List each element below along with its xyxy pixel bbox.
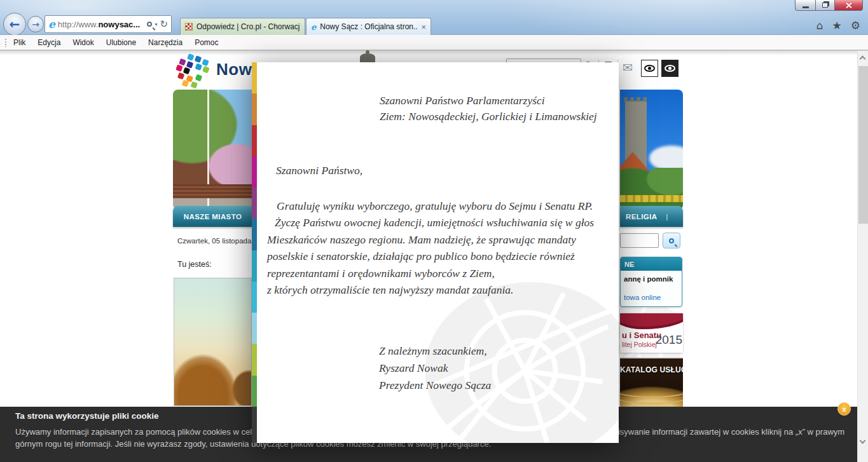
cloud bbox=[649, 146, 683, 171]
trees bbox=[620, 168, 683, 210]
site-logo[interactable] bbox=[174, 53, 212, 89]
service-catalog-banner[interactable]: KATALOG USŁUG bbox=[620, 357, 683, 407]
window-close-button[interactable] bbox=[834, 0, 863, 11]
menu-plik[interactable]: Plik bbox=[13, 38, 25, 47]
address-dropdown-icon[interactable]: ▾ bbox=[155, 22, 157, 27]
forward-arrow-icon: → bbox=[32, 19, 39, 29]
letter-modal: Szanowni Państwo Parlamentarzyści Ziem: … bbox=[252, 62, 619, 443]
stripe-segment bbox=[252, 407, 257, 443]
window-minimize-button[interactable] bbox=[795, 0, 816, 11]
sidebar-search-input[interactable] bbox=[620, 233, 659, 248]
cropl-favicon bbox=[185, 23, 193, 31]
nav-separator: | bbox=[666, 213, 668, 221]
cookie-close-button[interactable]: x bbox=[837, 402, 851, 416]
cookie-title: Ta strona wykorzystuje pliki cookie bbox=[15, 411, 159, 421]
nav-label: RELIGIA bbox=[626, 213, 657, 221]
slideshow-photo-castle[interactable] bbox=[620, 90, 683, 210]
scroll-down-icon[interactable] bbox=[860, 438, 866, 444]
minimize-icon bbox=[803, 6, 809, 8]
stripe-segment bbox=[252, 313, 257, 344]
menu-pomoc[interactable]: Pomoc bbox=[195, 38, 218, 47]
browser-forward-button[interactable]: → bbox=[27, 16, 44, 32]
tab-cropl[interactable]: Odpowiedz | Cro.pl - Chorwacj... bbox=[180, 18, 305, 35]
letter-salutation: Szanowni Państwo Parlamentarzyści Ziem: … bbox=[380, 93, 597, 124]
address-bar[interactable]: e http://www.nowysac... ▾ ↻ bbox=[45, 15, 172, 33]
flowers bbox=[620, 195, 683, 202]
tab-nowysacz[interactable]: e Nowy Sącz : Oficjalna stron... × bbox=[306, 18, 431, 35]
tab-label: Nowy Sącz : Oficjalna stron... bbox=[320, 22, 417, 31]
catalog-banner-label: KATALOG USŁUG bbox=[620, 365, 683, 374]
browser-scrollbar[interactable] bbox=[857, 51, 868, 462]
contrast-high-button[interactable] bbox=[661, 60, 679, 77]
eye-icon bbox=[665, 65, 675, 72]
sidebar-search-button[interactable] bbox=[663, 233, 680, 248]
back-arrow-icon: ← bbox=[10, 17, 20, 32]
stripe-segment bbox=[252, 282, 257, 313]
stripe-segment bbox=[252, 344, 257, 375]
statue-photo-fragment bbox=[360, 53, 375, 62]
search-icon bbox=[669, 238, 674, 243]
menu-ulubione[interactable]: Ulubione bbox=[106, 38, 136, 47]
scrollbar-thumb[interactable] bbox=[858, 66, 868, 224]
info-box-link[interactable]: towa online bbox=[624, 294, 661, 301]
banner-subtitle: litej Polskiej bbox=[622, 341, 657, 348]
favorites-star-icon[interactable]: ★ bbox=[832, 19, 842, 32]
info-box-title[interactable]: annę i pomnik bbox=[624, 275, 673, 283]
letter-body: Gratuluję wyniku wyborczego, gratuluję w… bbox=[267, 198, 609, 298]
window-restore-button[interactable] bbox=[816, 0, 834, 11]
stripe-segment bbox=[252, 125, 257, 156]
stripe-segment bbox=[252, 62, 257, 93]
tab-label: Odpowiedz | Cro.pl - Chorwacj... bbox=[196, 22, 300, 31]
stripe-segment bbox=[252, 250, 257, 282]
sidebar-info-box: NE annę i pomnik towa online bbox=[620, 257, 682, 307]
menu-bar: Plik Edycja Widok Ulubione Narzędzia Pom… bbox=[0, 35, 868, 50]
stripe-segment bbox=[252, 219, 257, 250]
eye-icon bbox=[644, 65, 655, 72]
mail-icon[interactable]: ✉ bbox=[623, 60, 633, 74]
current-date: Czwartek, 05 listopada bbox=[177, 237, 252, 245]
restore-icon bbox=[822, 3, 828, 8]
refresh-icon[interactable]: ↻ bbox=[160, 20, 168, 29]
banner-year: 2015 bbox=[656, 333, 682, 347]
breadcrumb: Tu jesteś: bbox=[177, 260, 212, 269]
url-text: http://www.nowysac... bbox=[58, 20, 145, 29]
menu-narzedzia[interactable]: Narzędzia bbox=[148, 38, 183, 47]
search-icon[interactable] bbox=[147, 22, 152, 27]
elections-banner[interactable]: u i Senatu litej Polskiej 2015 bbox=[620, 313, 683, 353]
tab-close-icon[interactable]: × bbox=[421, 23, 426, 31]
stripe-segment bbox=[252, 376, 257, 407]
letter-greeting: Szanowni Państwo, bbox=[276, 164, 362, 177]
slideshow-photo-fountain[interactable] bbox=[173, 90, 252, 210]
page-top-shadow bbox=[0, 51, 868, 55]
letter-signature: Z należnym szacunkiem, Ryszard Nowak Pre… bbox=[379, 343, 491, 394]
site-logo-text[interactable]: Now bbox=[216, 60, 252, 79]
close-icon bbox=[845, 2, 852, 9]
home-icon[interactable]: ⌂ bbox=[816, 19, 823, 32]
contrast-normal-button[interactable] bbox=[641, 60, 658, 77]
menu-edycja[interactable]: Edycja bbox=[38, 38, 60, 47]
stripe-segment bbox=[252, 93, 257, 125]
stripe-segment bbox=[252, 187, 257, 219]
ie-favicon: e bbox=[311, 22, 316, 32]
gold-wave bbox=[620, 388, 683, 404]
stripe-segment bbox=[252, 156, 257, 187]
ie-favicon: e bbox=[48, 18, 55, 31]
settings-gear-icon[interactable]: ⚙ bbox=[851, 19, 860, 32]
scroll-up-icon[interactable] bbox=[860, 56, 866, 62]
browser-back-button[interactable]: ← bbox=[3, 13, 26, 36]
window-controls bbox=[795, 0, 863, 11]
webcam-photo[interactable] bbox=[174, 278, 252, 406]
banner-swoosh bbox=[620, 313, 683, 329]
menu-widok[interactable]: Widok bbox=[72, 38, 93, 47]
nav-label: NASZE MIASTO bbox=[184, 213, 242, 221]
modal-stripe bbox=[252, 62, 257, 443]
menubar-drag-handle bbox=[4, 38, 7, 47]
nav-item-religia[interactable]: RELIGIA | bbox=[620, 206, 683, 227]
info-box-header: NE bbox=[621, 257, 682, 271]
nav-item-nasze-miasto[interactable]: NASZE MIASTO bbox=[173, 206, 252, 227]
